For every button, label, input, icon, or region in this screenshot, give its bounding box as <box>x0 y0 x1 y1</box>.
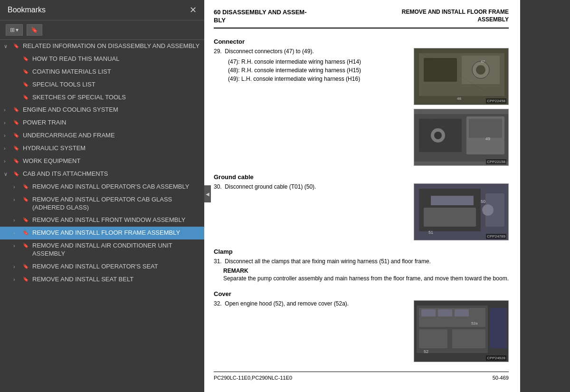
tree-item-label-remove-cab: REMOVE AND INSTALL OPERATOR'S CAB ASSEMB… <box>32 183 200 191</box>
sidebar: Bookmarks ✕ ⊞ ▾ 🔖 ∨🔖RELATED INFORMATION … <box>0 0 204 392</box>
expand-icon[interactable]: › <box>4 132 11 139</box>
tree-item-remove-seat[interactable]: ›🔖REMOVE AND INSTALL OPERATOR'S SEAT <box>0 260 204 273</box>
svg-text:52a: 52a <box>471 321 478 325</box>
section-connector: Connector 29. Disconnect connectors (47)… <box>214 38 509 166</box>
svg-text:52: 52 <box>424 349 428 354</box>
expand-icon[interactable]: › <box>13 229 21 236</box>
svg-text:48: 48 <box>457 96 461 101</box>
tree-item-special-tools[interactable]: 🔖SPECIAL TOOLS LIST <box>0 78 204 91</box>
collapse-icon[interactable]: ∨ <box>4 171 11 177</box>
tree-item-related-info[interactable]: ∨🔖RELATED INFORMATION ON DISASSEMBLY AND… <box>0 40 204 53</box>
sub-item-48: (48): R.H. console intermediate wiring h… <box>214 66 406 75</box>
tree-item-work-equipment[interactable]: ›🔖WORK EQUIPMENT <box>0 155 204 168</box>
svg-rect-2 <box>424 58 457 82</box>
close-button[interactable]: ✕ <box>190 6 197 14</box>
svg-point-23 <box>482 204 494 216</box>
tree-item-label-remove-floor-frame: REMOVE AND INSTALL FLOOR FRAME ASSEMBLY <box>32 229 200 237</box>
bookmark-icon: 🔖 <box>13 171 20 177</box>
svg-point-5 <box>476 65 485 75</box>
svg-rect-31 <box>419 329 447 348</box>
expand-icon[interactable]: › <box>13 276 21 283</box>
bookmark-icon: 🔖 <box>23 276 29 282</box>
expand-icon[interactable]: › <box>4 145 11 152</box>
expand-icon[interactable]: › <box>13 196 21 203</box>
tree-item-label-remove-seat: REMOVE AND INSTALL OPERATOR'S SEAT <box>32 263 200 271</box>
tree-item-remove-glass[interactable]: ›🔖REMOVE AND INSTALL OPERATOR CAB GLASS … <box>0 193 204 214</box>
tree-item-remove-front-window[interactable]: ›🔖REMOVE AND INSTALL FRONT WINDOW ASSEMB… <box>0 214 204 227</box>
bookmark-icon: 🔖 <box>23 68 29 75</box>
tree-item-sketches[interactable]: 🔖SKETCHES OF SPECIAL TOOLS <box>0 91 204 104</box>
tree-item-label-cab: CAB AND ITS ATTACHMENTS <box>23 170 200 178</box>
sidebar-collapse-button[interactable]: ◀ <box>204 185 211 202</box>
bookmark-icon: 🔖 <box>23 56 29 62</box>
tree-item-label-hydraulic: HYDRAULIC SYSTEM <box>23 144 200 153</box>
collapse-icon[interactable]: ∨ <box>4 43 11 49</box>
section-ground-cable: Ground cable 30. Disconnect ground cable… <box>214 173 509 240</box>
tree-item-cab[interactable]: ∨🔖CAB AND ITS ATTACHMENTS <box>0 168 204 181</box>
photo-1-caption: CPP22458 <box>486 98 506 104</box>
page-header-left: 60 DISASSEMBLY AND ASSEM- BLY <box>214 9 307 25</box>
photo-4-caption: CPP24928 <box>486 355 506 361</box>
step-32-num: 32. <box>214 300 222 307</box>
svg-rect-36 <box>455 309 469 316</box>
tree-item-label-coating-materials: COATING MATERIALS LIST <box>32 68 200 76</box>
expand-icon[interactable]: › <box>13 183 21 190</box>
bookmark-icon: 🔖 <box>23 81 29 87</box>
step-30-num: 30. <box>214 183 222 190</box>
bookmark-icon: 🔖 <box>31 27 38 33</box>
tree-item-label-remove-ac: REMOVE AND INSTALL AIR CONDITIONER UNIT … <box>32 242 200 258</box>
tree-item-coating-materials[interactable]: 🔖COATING MATERIALS LIST <box>0 66 204 78</box>
step-31-text: Disconnect all the clamps that are fixin… <box>225 258 431 265</box>
tree-item-hydraulic[interactable]: ›🔖HYDRAULIC SYSTEM <box>0 142 204 155</box>
tree-item-label-undercarriage: UNDERCARRIAGE AND FRAME <box>23 132 200 140</box>
svg-rect-26 <box>431 196 474 205</box>
svg-text:50: 50 <box>481 199 485 204</box>
section-title-clamp: Clamp <box>214 248 509 255</box>
expand-icon[interactable]: › <box>13 263 21 270</box>
expand-icon[interactable]: › <box>4 119 11 126</box>
step-31-num: 31. <box>214 258 222 265</box>
main-content: 60 DISASSEMBLY AND ASSEM- BLY REMOVE AND… <box>204 0 520 392</box>
tree-item-label-remove-seatbelt: REMOVE AND INSTALL SEAT BELT <box>32 276 200 284</box>
tree-item-remove-cab[interactable]: ›🔖REMOVE AND INSTALL OPERATOR'S CAB ASSE… <box>0 181 204 193</box>
toolbar-bookmark-button[interactable]: 🔖 <box>27 24 42 36</box>
tree-item-remove-floor-frame[interactable]: ›🔖REMOVE AND INSTALL FLOOR FRAME ASSEMBL… <box>0 227 204 239</box>
tree-item-remove-seatbelt[interactable]: ›🔖REMOVE AND INSTALL SEAT BELT <box>0 273 204 286</box>
sub-item-49: (49): L.H. console intermediate wiring h… <box>214 75 406 83</box>
page-header: 60 DISASSEMBLY AND ASSEM- BLY REMOVE AND… <box>214 9 509 29</box>
expand-icon[interactable]: › <box>4 158 11 164</box>
tree-item-label-power-train: POWER TRAIN <box>23 119 200 127</box>
tree-item-how-to-read[interactable]: 🔖HOW TO READ THIS MANUAL <box>0 53 204 66</box>
toolbar-layout-button[interactable]: ⊞ ▾ <box>6 24 23 36</box>
tree-item-label-engine: ENGINE AND COOLING SYSTEM <box>23 106 200 114</box>
svg-rect-35 <box>438 309 452 316</box>
step-30-text: Disconnect ground cable (T01) (50). <box>225 183 316 190</box>
tree-item-engine[interactable]: ›🔖ENGINE AND COOLING SYSTEM <box>0 104 204 116</box>
dropdown-arrow-icon: ▾ <box>16 27 19 33</box>
svg-rect-13 <box>469 119 502 138</box>
section-cover: Cover 32. Open engine hood (52), and rem… <box>214 290 509 362</box>
tree-item-undercarriage[interactable]: ›🔖UNDERCARRIAGE AND FRAME <box>0 129 204 142</box>
photo-connector-2: 49 CPP22158 <box>414 109 509 166</box>
sidebar-toolbar: ⊞ ▾ 🔖 <box>0 20 204 40</box>
svg-text:51: 51 <box>428 230 433 235</box>
tree-item-label-special-tools: SPECIAL TOOLS LIST <box>32 81 200 89</box>
expand-icon[interactable]: › <box>4 106 11 113</box>
remark-title: REMARK <box>223 268 509 274</box>
expand-icon[interactable]: › <box>13 217 21 223</box>
bookmark-icon: 🔖 <box>23 263 29 269</box>
bookmark-icon: 🔖 <box>13 158 20 164</box>
photo-ground-cable: 51 50 CPP24789 <box>414 183 509 240</box>
sidebar-header: Bookmarks ✕ <box>0 0 204 20</box>
step-29-num: 29. <box>214 48 222 55</box>
connector-text-block: 29. Disconnect connectors (47) to (49). … <box>214 48 406 83</box>
tree-item-power-train[interactable]: ›🔖POWER TRAIN <box>0 116 204 129</box>
bookmark-icon: 🔖 <box>13 119 20 125</box>
tree-item-remove-ac[interactable]: ›🔖REMOVE AND INSTALL AIR CONDITIONER UNI… <box>0 239 204 260</box>
page-header-right: REMOVE AND INSTALL FLOOR FRAME ASSEMBLY <box>385 9 509 23</box>
connector-images: 48 47 CPP22458 <box>414 48 509 166</box>
svg-rect-32 <box>452 329 485 348</box>
step-32-text: Open engine hood (52), and remove cover … <box>225 300 349 307</box>
expand-icon[interactable]: › <box>13 242 21 249</box>
section-title-connector: Connector <box>214 38 509 45</box>
